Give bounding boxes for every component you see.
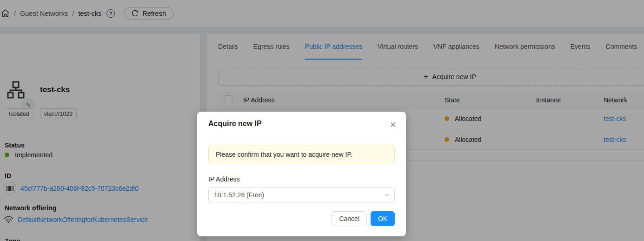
cancel-button[interactable]: Cancel (332, 211, 367, 226)
modal-header: Acquire new IP ✕ (197, 112, 406, 137)
chevron-down-icon (384, 192, 390, 198)
confirm-alert: Please confirm that you want to acquire … (208, 146, 395, 163)
modal-body: Please confirm that you want to acquire … (197, 137, 406, 202)
ip-address-select-value: 10.1.52.26 (Free) (214, 191, 264, 199)
modal-footer: Cancel OK (332, 211, 395, 226)
acquire-new-ip-modal: Acquire new IP ✕ Please confirm that you… (197, 112, 406, 236)
ip-address-select[interactable]: 10.1.52.26 (Free) (208, 187, 395, 202)
ok-button[interactable]: OK (371, 211, 395, 226)
close-icon[interactable]: ✕ (387, 119, 398, 130)
ip-address-label: IP Address (208, 175, 395, 183)
confirm-alert-text: Please confirm that you want to acquire … (216, 151, 352, 158)
modal-title: Acquire new IP (208, 120, 262, 127)
